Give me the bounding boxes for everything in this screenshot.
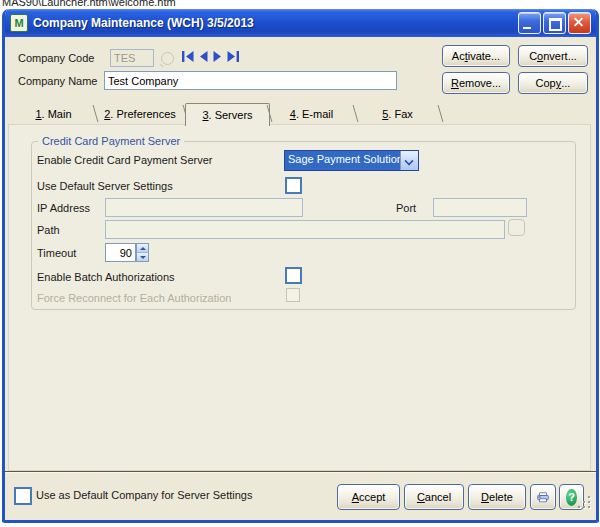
company-code-field xyxy=(110,49,154,67)
print-button[interactable] xyxy=(530,484,556,510)
company-code-label: Company Code xyxy=(18,52,94,64)
help-icon: ? xyxy=(566,489,577,506)
delete-button[interactable]: Delete xyxy=(468,484,526,510)
nav-last-button[interactable] xyxy=(227,51,239,62)
company-maintenance-window: M Company Maintenance (WCH) 3/5/2013 Com… xyxy=(2,9,599,523)
chevron-down-icon[interactable] xyxy=(400,151,418,170)
tab-fax[interactable]: 5. Fax xyxy=(355,104,440,124)
use-default-checkbox[interactable] xyxy=(285,177,302,194)
tab-email[interactable]: 4. E-mail xyxy=(268,104,355,124)
path-input xyxy=(105,220,505,239)
resize-grip[interactable] xyxy=(579,497,591,509)
enable-ccps-select[interactable]: Sage Payment Solutions xyxy=(284,150,419,171)
path-label: Path xyxy=(37,224,60,236)
title-bar: M Company Maintenance (WCH) 3/5/2013 xyxy=(5,9,596,37)
ip-address-label: IP Address xyxy=(37,202,90,214)
cancel-button[interactable]: Cancel xyxy=(404,484,464,510)
background-browser-text: MAS90\Launcher.htm\welcome.htm xyxy=(2,0,176,7)
record-navigation xyxy=(182,51,239,62)
force-reconnect-checkbox xyxy=(286,288,300,302)
tab-main[interactable]: 1. Main xyxy=(12,104,95,124)
page: MAS90\Launcher.htm\welcome.htm M Company… xyxy=(0,0,600,527)
default-company-checkbox[interactable] xyxy=(14,487,32,505)
port-input xyxy=(433,198,527,217)
accept-button[interactable]: Accept xyxy=(337,484,400,510)
default-company-label: Use as Default Company for Server Settin… xyxy=(36,489,252,501)
timeout-spinner xyxy=(136,243,149,262)
timeout-input[interactable] xyxy=(105,243,136,262)
enable-ccps-selected-value: Sage Payment Solutions xyxy=(285,151,400,170)
tab-preferences[interactable]: 2. Preferences xyxy=(95,104,185,124)
spinner-down-icon[interactable] xyxy=(137,253,148,261)
batch-auth-checkbox[interactable] xyxy=(285,267,302,284)
minimize-button[interactable] xyxy=(518,12,541,34)
use-default-label: Use Default Server Settings xyxy=(37,180,173,192)
servers-tab-panel: Credit Card Payment Server Enable Credit… xyxy=(8,124,591,471)
remove-button[interactable]: Remove... xyxy=(442,72,510,94)
maximize-button[interactable] xyxy=(543,12,566,34)
app-icon: M xyxy=(10,14,28,32)
close-button[interactable] xyxy=(568,12,591,34)
convert-button[interactable]: Convert... xyxy=(518,45,588,67)
force-reconnect-label: Force Reconnect for Each Authorization xyxy=(37,292,231,304)
activate-button[interactable]: Activate... xyxy=(442,45,510,67)
nav-previous-button[interactable] xyxy=(199,51,208,62)
nav-next-button[interactable] xyxy=(213,51,222,62)
minimize-icon xyxy=(523,27,531,29)
group-title: Credit Card Payment Server xyxy=(38,135,184,147)
enable-ccps-label: Enable Credit Card Payment Server xyxy=(37,154,212,166)
company-name-label: Company Name xyxy=(18,75,97,87)
lookup-icon xyxy=(161,52,174,65)
port-label: Port xyxy=(396,202,416,214)
nav-first-button[interactable] xyxy=(182,51,194,62)
company-name-input[interactable] xyxy=(104,71,397,90)
ip-address-input xyxy=(105,198,303,217)
maximize-icon xyxy=(549,18,562,31)
spinner-up-icon[interactable] xyxy=(137,244,148,253)
batch-auth-label: Enable Batch Authorizations xyxy=(37,271,175,283)
client-area: Company Code Company Name Activate... Co… xyxy=(5,37,596,520)
printer-icon xyxy=(537,490,549,505)
window-title: Company Maintenance (WCH) 3/5/2013 xyxy=(33,16,516,30)
tab-servers[interactable]: 3. Servers xyxy=(185,103,270,126)
copy-button[interactable]: Copy... xyxy=(518,72,588,94)
path-browse-button xyxy=(508,219,525,236)
timeout-label: Timeout xyxy=(37,247,76,259)
